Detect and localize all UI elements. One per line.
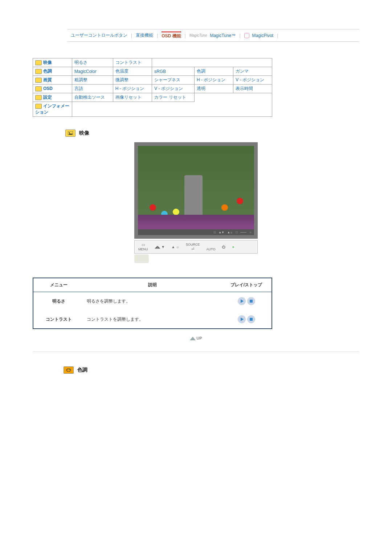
monitor-screen-image (138, 146, 254, 229)
table-row: コントラスト コントラストを調整します。 (33, 310, 272, 329)
monitor-illustration: □▲▼▲☼□───○ ▭MENU ◢◣ ▼ ▲ ☼ SOURCE⏎ AUTO ⏻… (134, 142, 258, 263)
table-row: 色調 MagicColor 色温度 sRGB 色調 ガンマ (33, 67, 272, 76)
monitor-button-panel: ▭MENU ◢◣ ▼ ▲ ☼ SOURCE⏎ AUTO ⏻ ● (134, 240, 258, 254)
picture-section-icon (65, 130, 75, 137)
link-fine[interactable]: 微調整 (113, 76, 152, 85)
description-table: メニュー 説明 プレイ/ストップ 明るさ 明るさを調整します。 コントラスト コ… (33, 278, 272, 329)
image-icon (35, 78, 42, 83)
svg-point-3 (67, 369, 68, 370)
hand-pointer-icon (134, 254, 149, 263)
play-button[interactable] (238, 297, 246, 305)
stop-button[interactable] (247, 315, 255, 323)
link-vpos[interactable]: V - ポジション (233, 76, 272, 85)
cat-information[interactable]: インフォメーション (33, 102, 72, 117)
row-contrast-menu: コントラスト (33, 310, 84, 329)
link-brightness[interactable]: 明るさ (72, 58, 113, 67)
cat-setup[interactable]: 設定 (33, 93, 72, 102)
table-row: 設定 自動検出ソース 画像リセット カラー リセット (33, 93, 272, 102)
header-desc: 説明 (84, 278, 221, 292)
link-gamma[interactable]: ガンマ (233, 67, 272, 76)
nav-osd-active[interactable]: OSD 機能 (162, 32, 181, 39)
osd-icon (35, 86, 42, 91)
nav-direct[interactable]: 直接機能 (136, 32, 153, 38)
cat-osd[interactable]: OSD (33, 85, 72, 93)
monitor-frame: □▲▼▲☼□───○ (134, 142, 258, 239)
table-row: 画質 粗調整 微調整 シャープネス H - ポジション V - ポジション (33, 76, 272, 85)
nav-separator: | (185, 33, 186, 38)
top-nav: ユーザーコントロールボタン | 直接機能 | OSD 機能 | MagicTun… (67, 29, 359, 42)
link-image-reset[interactable]: 画像リセット (113, 93, 152, 102)
nav-separator: | (239, 33, 240, 38)
cat-picture[interactable]: 映像 (33, 58, 72, 67)
magictune-logo: MagicTune (189, 33, 207, 37)
empty-cell (152, 58, 272, 67)
table-row: 映像 明るさ コントラスト (33, 58, 272, 67)
cat-color[interactable]: 色調 (33, 67, 72, 76)
up-button[interactable]: ▲ ☼ (171, 245, 179, 249)
link-sharpness[interactable]: シャープネス (152, 76, 195, 85)
empty-cell (72, 102, 272, 117)
stop-button[interactable] (247, 297, 255, 305)
auto-button[interactable]: AUTO (207, 243, 216, 251)
nav-magictune[interactable]: MagicTune™ (210, 33, 236, 38)
link-coarse[interactable]: 粗調整 (72, 76, 113, 85)
row-contrast-play (221, 310, 272, 329)
empty-cell (194, 93, 272, 102)
link-osd-hpos[interactable]: H - ポジション (113, 85, 152, 93)
section-title-color: 色調 (64, 366, 359, 374)
link-srgb[interactable]: sRGB (152, 67, 195, 76)
led-indicator: ● (232, 245, 234, 249)
cat-image[interactable]: 画質 (33, 76, 72, 85)
row-brightness-play (221, 292, 272, 311)
table-row: OSD 言語 H - ポジション V - ポジション 透明 表示時間 (33, 85, 272, 93)
menu-button[interactable]: ▭MENU (138, 243, 148, 251)
section-title-label: 色調 (77, 367, 87, 373)
nav-user-control[interactable]: ユーザーコントロールボタン (71, 32, 127, 38)
header-play: プレイ/ストップ (221, 278, 272, 292)
osd-menu-table: 映像 明るさ コントラスト 色調 MagicColor 色温度 sRGB 色調 … (33, 58, 272, 117)
nav-separator: | (157, 33, 158, 38)
link-colorcontrol[interactable]: 色調 (194, 67, 233, 76)
section-title-label: 映像 (79, 130, 89, 136)
power-button[interactable]: ⏻ (222, 245, 225, 249)
svg-point-1 (69, 132, 70, 134)
info-icon (35, 104, 42, 109)
link-contrast[interactable]: コントラスト (113, 58, 152, 67)
up-label: UP (196, 336, 202, 340)
color-icon (35, 69, 42, 74)
link-autosource[interactable]: 自動検出ソース (72, 93, 113, 102)
section-title-picture: 映像 (65, 130, 359, 137)
color-section-icon (64, 366, 74, 374)
nav-magicpivot[interactable]: MagicPivot (252, 33, 274, 38)
nav-separator: | (131, 33, 132, 38)
magicpivot-icon (244, 33, 249, 38)
link-colortemp[interactable]: 色温度 (113, 67, 152, 76)
svg-point-4 (68, 369, 69, 370)
picture-icon (35, 60, 42, 65)
play-button[interactable] (238, 315, 246, 323)
down-button[interactable]: ◢◣ ▼ (155, 245, 165, 249)
table-header-row: メニュー 説明 プレイ/ストップ (33, 278, 272, 292)
table-row: 明るさ 明るさを調整します。 (33, 292, 272, 311)
link-transparency[interactable]: 透明 (194, 85, 233, 93)
link-color-reset[interactable]: カラー リセット (152, 93, 195, 102)
link-osd-vpos[interactable]: V - ポジション (152, 85, 195, 93)
nav-separator: | (277, 33, 278, 38)
link-hpos[interactable]: H - ポジション (194, 76, 233, 85)
link-magiccolor[interactable]: MagicColor (72, 67, 113, 76)
svg-point-5 (69, 369, 70, 370)
row-brightness-desc: 明るさを調整します。 (84, 292, 221, 311)
link-display-time[interactable]: 表示時間 (233, 85, 272, 93)
setup-icon (35, 95, 42, 100)
table-row: インフォメーション (33, 102, 272, 117)
osd-overlay-bar: □▲▼▲☼□───○ (138, 229, 254, 235)
section-divider (33, 352, 359, 352)
header-menu: メニュー (33, 278, 84, 292)
link-language[interactable]: 言語 (72, 85, 113, 93)
row-contrast-desc: コントラストを調整します。 (84, 310, 221, 329)
source-button[interactable]: SOURCE⏎ (186, 243, 200, 251)
row-brightness-menu: 明るさ (33, 292, 84, 311)
up-arrow-icon (190, 337, 196, 340)
back-to-top[interactable]: UP (33, 336, 359, 341)
